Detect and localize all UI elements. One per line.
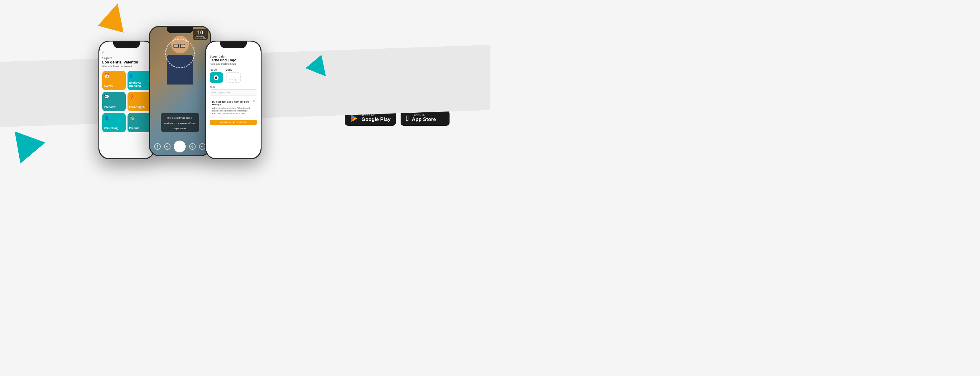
phone2-notch	[167, 27, 193, 33]
phone3-title-bold: Farbe und Logo	[210, 58, 237, 62]
menu-item-employer-branding[interactable]: 👥 EmployerBranding	[127, 71, 151, 90]
phone3: < Super! Jetzt Farbe und Logo Füge eure …	[205, 41, 261, 159]
menu-item-produkt-label: Produkt	[129, 127, 139, 130]
phones-section: < Super! Los geht's, Valentin Was möchte…	[0, 0, 336, 188]
triangle-teal-right-icon	[305, 55, 334, 83]
employer-branding-icon: 👥	[129, 73, 134, 78]
triangle-teal-left-icon	[5, 131, 45, 169]
menu-item-interview-label: Interview	[104, 105, 116, 109]
menu-item-events-label: Events	[104, 84, 113, 88]
phone3-greeting: Super! Jetzt Farbe und Logo	[210, 55, 257, 62]
notification-close-btn[interactable]: ✕	[253, 100, 255, 103]
menu-item-vorstellung-label: Vorstellung	[104, 127, 119, 130]
camera-view: 10 Sekundenfür diesen Clip Dieser Bereic…	[150, 27, 210, 155]
produkt-icon: 🛍️	[129, 115, 134, 120]
menu-item-vorstellung[interactable]: 👤 Vorstellung	[102, 113, 126, 132]
logo-plus-icon: +	[232, 75, 234, 79]
menu-item-events[interactable]: 📅 Events	[102, 71, 126, 90]
notification-box: ✕ Du hast dein Logo nicht auf dem Handy?…	[210, 98, 257, 118]
phone1-greeting: Super! Los geht's, Valentin	[102, 56, 151, 64]
phone3-notch	[220, 41, 247, 48]
menu-item-erklaerungen-label: Erklärungen	[129, 105, 145, 109]
send-to-pc-btn[interactable]: VIDEOS AN PC SENDEN	[210, 120, 257, 125]
camera-flip-btn[interactable]: ↩	[199, 143, 205, 150]
menu-item-employer-branding-label: EmployerBranding	[129, 81, 142, 88]
text-label: Text	[210, 85, 257, 88]
phone3-subtitle: Füge eure Designs hinzu.	[210, 62, 257, 65]
phone1: < Super! Los geht's, Valentin Was möchte…	[99, 41, 155, 159]
timer-number: 10	[194, 30, 206, 35]
color-picker-btn[interactable]	[210, 72, 223, 83]
phone3-wrapper: < Super! Jetzt Farbe und Logo Füge eure …	[211, 29, 261, 159]
camera-circle-indicator	[165, 38, 195, 68]
phone1-screen: < Super! Los geht's, Valentin Was möchte…	[99, 41, 154, 158]
text-input[interactable]: Dein eigener Text	[210, 89, 257, 96]
phone1-content: < Super! Los geht's, Valentin Was möchte…	[99, 41, 154, 135]
color-section: Farbe	[210, 68, 223, 83]
erklaerungen-icon: ❓	[129, 94, 134, 99]
menu-item-erklaerungen[interactable]: ❓ Erklärungen	[127, 92, 151, 111]
camera-shutter-btn[interactable]	[174, 140, 186, 152]
phone3-content: < Super! Jetzt Farbe und Logo Füge eure …	[206, 41, 261, 128]
google-play-icon	[350, 114, 358, 123]
camera-help-btn[interactable]: ?	[154, 143, 161, 150]
phone1-back-btn[interactable]: <	[102, 50, 151, 54]
phone2: 10 Sekundenfür diesen Clip Dieser Bereic…	[149, 26, 211, 156]
logo-sublabel: YourLogo	[229, 79, 237, 81]
phone1-title-bold: Los geht's, Valentin	[102, 60, 151, 64]
phone3-screen: < Super! Jetzt Farbe und Logo Füge eure …	[206, 41, 261, 158]
phone1-subtitle: Was möchtest du filmen?	[102, 65, 151, 68]
camera-timer-btn[interactable]: ↺	[164, 143, 170, 150]
logo-label: Logo	[226, 68, 241, 71]
phone2-wrapper: 10 Sekundenfür diesen Clip Dieser Bereic…	[149, 26, 211, 162]
menu-grid: 📅 Events 👥 EmployerBranding 💬 Interview	[102, 71, 151, 132]
camera-controls: ? ↺ ⏱ ↩	[150, 140, 210, 152]
app-store-text: Laden im App Store	[412, 114, 436, 123]
design-row: Farbe Logo +	[210, 68, 257, 83]
notification-title: Du hast dein Logo nicht auf dem Handy?	[212, 100, 255, 106]
interview-icon: 💬	[104, 94, 109, 99]
color-label: Farbe	[210, 68, 223, 71]
menu-item-interview[interactable]: 💬 Interview	[102, 92, 126, 111]
camera-timer: 10 Sekundenfür diesen Clip	[193, 29, 208, 40]
color-eye-icon	[214, 75, 218, 80]
menu-item-produkt[interactable]: 🛍️ Produkt	[127, 113, 151, 132]
events-icon: 📅	[104, 73, 109, 78]
triangle-orange-top-icon	[98, 0, 130, 33]
app-store-main: App Store	[412, 117, 436, 123]
camera-overlay-text: Dieser Bereich wird bei der quadratische…	[161, 113, 199, 132]
phone1-wrapper: < Super! Los geht's, Valentin Was möchte…	[99, 29, 149, 159]
phone3-back-btn[interactable]: <	[210, 50, 257, 53]
notification-text: Arbeite nahtlos an deinem PC weiter und …	[212, 107, 255, 115]
google-play-main: Google Play	[361, 117, 391, 123]
send-btn-label: VIDEOS AN PC SENDEN	[211, 121, 256, 123]
logo-upload-btn[interactable]: + YourLogo	[226, 72, 241, 83]
main-container: < Super! Los geht's, Valentin Was möchte…	[0, 0, 490, 188]
overlay-text-content: Dieser Bereich wird bei der quadratische…	[164, 117, 196, 130]
text-section: Text Dein eigener Text	[210, 85, 257, 96]
apple-icon: 	[406, 113, 409, 123]
color-eye-inner	[215, 76, 217, 79]
logo-section: Logo + YourLogo	[226, 68, 241, 83]
google-play-text: JETZT BEI Google Play	[361, 114, 391, 123]
phone2-screen: 10 Sekundenfür diesen Clip Dieser Bereic…	[150, 27, 210, 155]
phone1-notch	[113, 41, 140, 48]
timer-label: Sekundenfür diesen Clip	[194, 35, 206, 39]
vorstellung-icon: 👤	[104, 115, 109, 120]
camera-clock-btn[interactable]: ⏱	[189, 143, 196, 150]
